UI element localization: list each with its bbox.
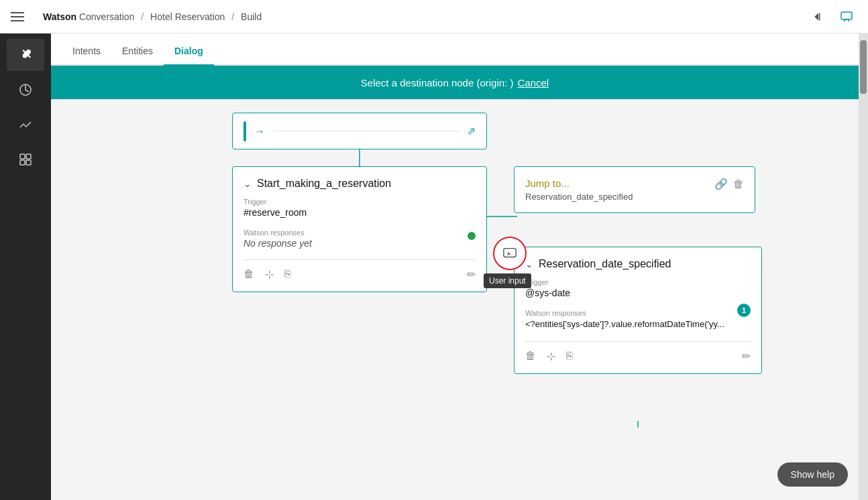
date-response-row: Watson responses <?entities['sys-date']?…: [525, 304, 751, 330]
sidebar-item-tools[interactable]: [7, 39, 44, 71]
svg-rect-5: [20, 160, 25, 165]
expand-icon[interactable]: →: [254, 125, 265, 137]
breadcrumb-sep2: /: [141, 11, 144, 22]
trigger-value: #reserve_room: [243, 207, 476, 218]
brand-name: Watson: [43, 11, 76, 22]
move-icon[interactable]: ⊹: [265, 268, 274, 281]
svg-rect-1: [841, 12, 852, 19]
jump-destination: Reservation_date_specified: [525, 192, 633, 202]
response-value: No response yet: [243, 238, 312, 249]
main-layout: Intents Entities Dialog Select a destina…: [0, 34, 868, 500]
date-node-actions: 🗑 ⊹ ⎘: [525, 350, 573, 363]
breadcrumb: Watson Conversation / Hotel Reservation …: [43, 11, 806, 22]
date-response-label: Watson responses: [525, 309, 724, 317]
date-trigger-value: @sys-date: [525, 288, 751, 298]
collapsed-node[interactable]: → ⇗: [232, 113, 487, 149]
content-area: Intents Entities Dialog Select a destina…: [51, 34, 859, 500]
svg-rect-11: [504, 249, 516, 257]
dialog-canvas[interactable]: → ⇗ ⌄ Start_making_a_reservation Trigger…: [51, 99, 859, 500]
scrollbar-thumb[interactable]: [860, 40, 867, 94]
banner-cancel-link[interactable]: Cancel: [517, 77, 549, 88]
topbar-actions: [806, 6, 857, 27]
jump-content: Jump to... Reservation_date_specified: [525, 178, 633, 202]
response-col: Watson responses No response yet: [243, 223, 312, 249]
date-response-section: Watson responses <?entities['sys-date']?…: [525, 304, 751, 330]
sidebar-item-dashboard[interactable]: [7, 143, 44, 176]
chat-button[interactable]: [836, 6, 857, 27]
date-node: ⌄ Reservation_date_specified Trigger @sy…: [514, 247, 762, 374]
banner-message: Select a destination node (origin: ): [361, 77, 514, 88]
green-dot: [468, 232, 476, 240]
node-actions: 🗑 ⊹ ⎘: [243, 268, 291, 281]
collapsed-bar: [243, 121, 246, 141]
date-response-col: Watson responses <?entities['sys-date']?…: [525, 304, 724, 330]
edit-icon[interactable]: ✏: [467, 268, 476, 281]
date-delete-icon[interactable]: 🗑: [525, 350, 536, 363]
breadcrumb-project: Hotel Reservation: [150, 11, 225, 22]
node-footer: 🗑 ⊹ ⎘ ✏: [243, 259, 476, 281]
breadcrumb-sep3: /: [231, 11, 234, 22]
jump-link-icon[interactable]: 🔗: [714, 178, 728, 190]
response-row: Watson responses No response yet: [243, 223, 476, 249]
tabs-bar: Intents Entities Dialog: [51, 34, 859, 66]
sidebar-item-improve[interactable]: [7, 109, 44, 141]
node-chevron-icon[interactable]: ⌄: [243, 178, 252, 189]
menu-button[interactable]: [11, 6, 32, 27]
response-badge: 1: [737, 304, 751, 317]
date-node-footer: 🗑 ⊹ ⎘ ✏: [525, 341, 751, 363]
date-trigger-label: Trigger: [525, 278, 751, 286]
back-button[interactable]: [806, 6, 828, 27]
node-header: ⌄ Start_making_a_reservation: [243, 178, 476, 190]
tab-dialog[interactable]: Dialog: [164, 38, 214, 66]
user-input-button[interactable]: [493, 237, 527, 270]
jump-delete-icon[interactable]: 🗑: [733, 178, 744, 190]
tab-intents[interactable]: Intents: [62, 38, 111, 66]
date-duplicate-icon[interactable]: ⎘: [566, 350, 573, 363]
topbar: Watson Conversation / Hotel Reservation …: [0, 0, 868, 34]
svg-rect-4: [26, 154, 31, 159]
svg-rect-3: [20, 154, 25, 159]
node-title: Start_making_a_reservation: [257, 178, 391, 190]
breadcrumb-page: Build: [241, 11, 262, 22]
breadcrumb-app: Conversation: [79, 11, 135, 22]
date-move-icon[interactable]: ⊹: [547, 350, 555, 363]
jump-icons: 🔗 🗑: [714, 178, 744, 190]
tab-entities[interactable]: Entities: [111, 38, 164, 66]
sidebar-item-analytics[interactable]: [7, 74, 44, 106]
date-node-chevron-icon[interactable]: ⌄: [525, 259, 533, 269]
sidebar: [0, 34, 51, 500]
date-response-value: <?entities['sys-date']?.value.reformatDa…: [525, 318, 724, 330]
svg-rect-0: [819, 13, 820, 20]
delete-icon[interactable]: 🗑: [243, 268, 254, 281]
svg-rect-6: [26, 160, 31, 165]
reservation-node: ⌄ Start_making_a_reservation Trigger #re…: [232, 166, 487, 292]
response-label: Watson responses: [243, 229, 312, 237]
select-destination-banner: Select a destination node (origin: ) Can…: [51, 66, 859, 99]
date-edit-icon[interactable]: ✏: [742, 350, 751, 363]
node-export-icon[interactable]: ⇗: [467, 125, 476, 137]
duplicate-icon[interactable]: ⎘: [284, 268, 291, 281]
show-help-button[interactable]: Show help: [777, 462, 848, 487]
node-divider: [273, 131, 459, 131]
jump-to-popup: Jump to... Reservation_date_specified 🔗 …: [514, 166, 755, 213]
date-node-header: ⌄ Reservation_date_specified: [525, 258, 751, 270]
date-node-title: Reservation_date_specified: [539, 258, 671, 270]
jump-title: Jump to...: [525, 178, 633, 189]
user-input-tooltip: User input: [484, 273, 531, 288]
scrollbar[interactable]: [859, 34, 868, 500]
trigger-label: Trigger: [243, 198, 476, 206]
